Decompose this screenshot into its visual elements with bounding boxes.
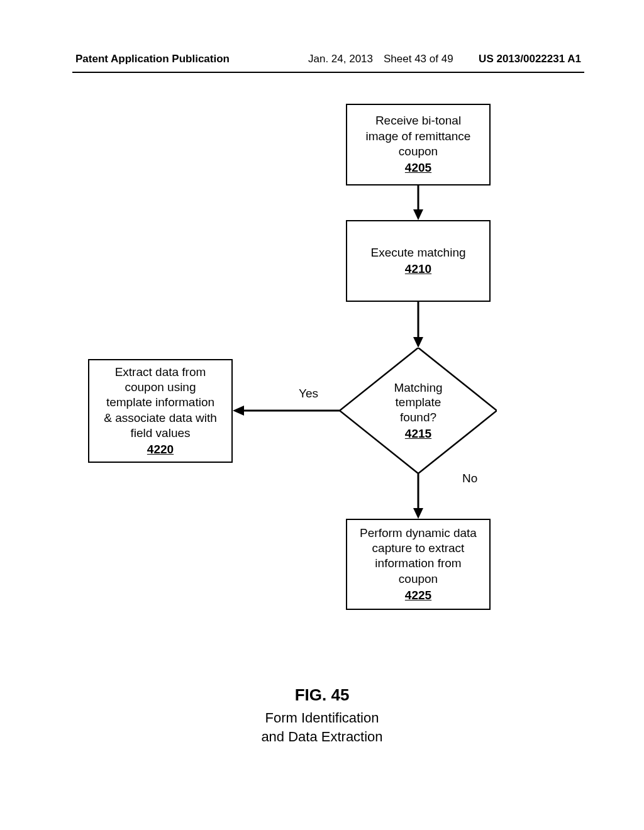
flow-decision-4215: Matching template found? 4215 — [340, 348, 497, 473]
step-text: & associate data with — [104, 411, 217, 426]
figure-title-line: Form Identification — [0, 709, 644, 728]
flow-step-4225: Perform dynamic data capture to extract … — [346, 519, 491, 610]
arrow-4215-no-to-4225 — [412, 473, 425, 519]
flowchart: Receive bi-tonal image of remittance cou… — [0, 104, 644, 670]
step-text: Receive bi-tonal — [375, 113, 461, 128]
arrow-4210-to-4215 — [412, 302, 425, 348]
step-text: capture to extract — [372, 541, 465, 556]
figure-number: FIG. 45 — [0, 685, 644, 705]
flow-step-4210: Execute matching 4210 — [346, 220, 491, 302]
arrow-4205-to-4210 — [412, 185, 425, 220]
step-text: information from — [375, 556, 461, 571]
step-text: Perform dynamic data — [360, 526, 477, 541]
svg-marker-8 — [413, 508, 423, 519]
step-number: 4205 — [405, 160, 431, 175]
decision-text: template — [396, 395, 441, 410]
step-text: template information — [106, 395, 214, 410]
decision-number: 4215 — [405, 426, 431, 441]
page-header: Patent Application Publication Jan. 24, … — [75, 53, 581, 70]
edge-label-no: No — [462, 472, 477, 485]
figure-title-line: and Data Extraction — [0, 728, 644, 746]
header-date: Jan. 24, 2013 — [308, 53, 373, 65]
svg-marker-1 — [413, 209, 423, 220]
header-pubnum: US 2013/0022231 A1 — [479, 53, 581, 65]
decision-text: Matching — [394, 380, 442, 396]
figure-caption: FIG. 45 Form Identification and Data Ext… — [0, 685, 644, 746]
flow-step-4220: Extract data from coupon using template … — [88, 359, 233, 463]
decision-text: found? — [400, 410, 436, 425]
step-number: 4225 — [405, 588, 431, 603]
arrow-4215-yes-to-4220 — [233, 404, 340, 417]
svg-marker-6 — [233, 406, 244, 416]
step-number: 4220 — [147, 442, 174, 457]
step-text: coupon — [399, 144, 438, 159]
step-text: field values — [130, 426, 190, 441]
header-publication-label: Patent Application Publication — [75, 53, 230, 65]
step-number: 4210 — [405, 262, 431, 277]
step-text: coupon — [399, 572, 438, 587]
step-text: Execute matching — [370, 245, 465, 260]
edge-label-yes: Yes — [299, 387, 318, 401]
svg-marker-3 — [413, 337, 423, 348]
header-rule — [72, 72, 584, 73]
step-text: image of remittance — [366, 129, 471, 144]
header-sheet: Sheet 43 of 49 — [384, 53, 453, 65]
flow-step-4205: Receive bi-tonal image of remittance cou… — [346, 104, 491, 185]
step-text: Extract data from — [115, 365, 206, 380]
step-text: coupon using — [125, 380, 196, 395]
